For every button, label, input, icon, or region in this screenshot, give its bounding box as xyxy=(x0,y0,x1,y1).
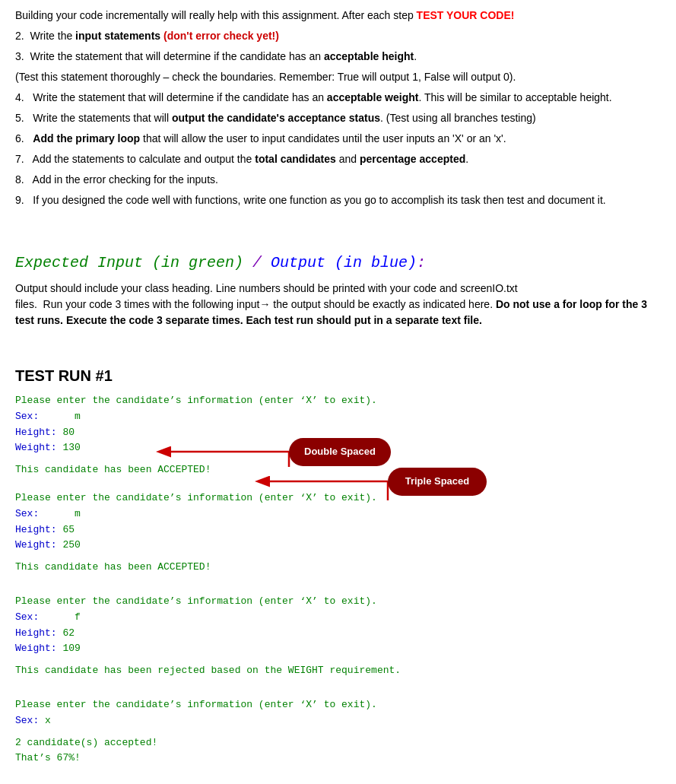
line-sex-1: Sex: m xyxy=(15,409,661,425)
blank-line-5 xyxy=(15,576,661,582)
step-4: 4. Write the statement that will determi… xyxy=(15,90,661,106)
line-weight-1: Weight: 130 xyxy=(15,440,661,456)
sex-val-1: m xyxy=(75,411,81,422)
line-3-please-text: Please enter the candidate’s information… xyxy=(15,595,377,607)
step-7-bold1: total candidates xyxy=(255,153,336,165)
step-5-bold: output the candidate's acceptance status xyxy=(172,112,380,124)
step-3-note: (Test this statement thoroughly – check … xyxy=(15,69,661,85)
step-3-bold: acceptable height xyxy=(324,50,414,62)
step-2-num: 2. Write the xyxy=(15,30,75,42)
test-run-1: TEST RUN #1 Please enter the candidate’s… xyxy=(15,364,661,767)
weight-label-2: Weight: xyxy=(15,539,62,551)
step-2-colored: (don't error check yet!) xyxy=(160,30,279,42)
line-accepted-2: This candidate has been ACCEPTED! xyxy=(15,560,661,576)
sex-val-3: f xyxy=(75,611,81,623)
blank-line-10 xyxy=(15,685,661,691)
line-accepted-1: This candidate has been ACCEPTED! xyxy=(15,462,661,478)
line-4-please: Please enter the candidate’s information… xyxy=(15,697,661,713)
weight-label-3: Weight: xyxy=(15,643,62,654)
line-3-please: Please enter the candidate’s information… xyxy=(15,594,661,610)
height-val-1: 80 xyxy=(62,427,75,438)
weight-val-1: 130 xyxy=(62,442,80,453)
sex-label-3: Sex: xyxy=(15,611,75,623)
line-4-please-text: Please enter the candidate’s information… xyxy=(15,699,377,710)
height-val-2: 65 xyxy=(62,524,75,535)
weight-val-2: 250 xyxy=(62,539,80,551)
height-label-1: Height: xyxy=(15,427,62,438)
accepted-text-2: This candidate has been ACCEPTED! xyxy=(15,561,211,573)
line-1-text: Please enter the candidate’s information… xyxy=(15,395,377,406)
blank-line-8 xyxy=(15,657,661,663)
step-9: 9. If you designed the code well with fu… xyxy=(15,192,661,208)
blank-line-9 xyxy=(15,679,661,685)
code-block: Please enter the candidate’s information… xyxy=(15,393,661,767)
weight-val-3: 109 xyxy=(62,643,80,654)
line-height-3: Height: 62 xyxy=(15,626,661,642)
blank-line-12 xyxy=(15,729,661,735)
expected-bold: Do not use a for loop for the 3 test run… xyxy=(15,298,647,326)
line-height-2: Height: 65 xyxy=(15,522,661,538)
line-percent: That’s 67%! xyxy=(15,751,661,767)
line-sex-2: Sex: m xyxy=(15,506,661,522)
step-6: 6. Add the primary loop that will allow … xyxy=(15,131,661,147)
step-7-bold2: percentage accepted xyxy=(360,153,465,165)
line-sex-3: Sex: f xyxy=(15,610,661,626)
triple-spaced-area: Triple Spaced xyxy=(266,462,487,500)
height-val-3: 62 xyxy=(62,627,75,639)
height-label-3: Height: xyxy=(15,627,62,639)
line-sex-4: Sex: x xyxy=(15,713,661,729)
expected-heading-section: Expected Input (in green) / Output (in b… xyxy=(15,252,661,329)
line-candidates: 2 candidate(s) accepted! xyxy=(15,735,661,751)
blank-line-7 xyxy=(15,588,661,594)
sex-val-4: x xyxy=(45,715,51,726)
sex-label-4: Sex: xyxy=(15,715,45,726)
expected-desc: Output should include your class heading… xyxy=(15,281,661,329)
sex-label-2: Sex: xyxy=(15,508,75,519)
step-2-bold: input statements xyxy=(75,30,160,42)
step-7: 7. Add the statements to calculate and o… xyxy=(15,151,661,167)
line-rejected: This candidate has been rejected based o… xyxy=(15,663,661,679)
rejected-text: This candidate has been rejected based o… xyxy=(15,665,401,676)
step-3: 3. Write the statement that will determi… xyxy=(15,49,661,65)
accepted-text-1: This candidate has been ACCEPTED! xyxy=(15,462,211,478)
heading-blue: Output (in blue) xyxy=(271,254,417,271)
triple-spaced-bubble: Triple Spaced xyxy=(388,468,487,496)
sex-label-1: Sex: xyxy=(15,411,75,422)
sex-val-2: m xyxy=(75,508,81,519)
test-run-title: TEST RUN #1 xyxy=(15,364,661,387)
blank-line-11 xyxy=(15,691,661,697)
blank-line-4 xyxy=(15,554,661,560)
main-content: Building your code incrementally will re… xyxy=(15,8,661,767)
step-8: 8. Add in the error checking for the inp… xyxy=(15,172,661,188)
blank-line-6 xyxy=(15,582,661,588)
step-2: 2. Write the input statements (don't err… xyxy=(15,28,661,44)
build-instruction: Building your code incrementally will re… xyxy=(15,8,661,24)
candidates-text: 2 candidate(s) accepted! xyxy=(15,737,157,748)
step-6-bold: Add the primary loop xyxy=(33,132,140,144)
line-1: Please enter the candidate’s information… xyxy=(15,393,661,409)
height-label-2: Height: xyxy=(15,524,62,535)
steps-list: 2. Write the input statements (don't err… xyxy=(15,28,661,208)
step-5: 5. Write the statements that will output… xyxy=(15,110,661,126)
weight-label-1: Weight: xyxy=(15,442,62,453)
line-weight-2: Weight: 250 xyxy=(15,538,661,554)
expected-heading: Expected Input (in green) / Output (in b… xyxy=(15,252,661,275)
line-weight-3: Weight: 109 xyxy=(15,641,661,657)
test-code-label: TEST YOUR CODE! xyxy=(417,9,515,21)
step-4-bold: acceptable weight xyxy=(327,91,419,103)
heading-green: Expected Input (in green) xyxy=(15,254,243,271)
percent-text: That’s 67%! xyxy=(15,752,81,763)
build-text-prefix: Building your code incrementally will re… xyxy=(15,9,417,21)
